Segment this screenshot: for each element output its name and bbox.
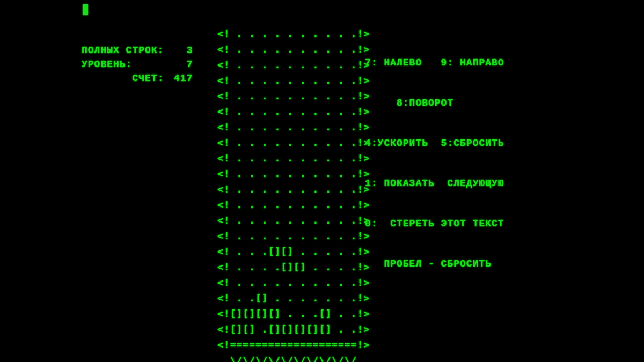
terminal-screen: ПОЛНЫХ СТРОК: 3 УРОВЕНЬ: 7 СЧЕТ: 417 <! … bbox=[0, 0, 644, 362]
stat-lines-value: 3 bbox=[167, 44, 195, 57]
control-line-rotate: 8:ПОВОРОТ bbox=[365, 97, 504, 110]
stat-level-label: УРОВЕНЬ: bbox=[82, 58, 166, 71]
controls-panel: 7: НАЛЕВО 9: НАПРАВО 8:ПОВОРОТ 4:УСКОРИТ… bbox=[365, 29, 504, 298]
control-line-left-right: 7: НАЛЕВО 9: НАПРАВО bbox=[365, 56, 504, 70]
control-line-speed-drop: 4:УСКОРИТЬ 5:СБРОСИТЬ bbox=[365, 137, 504, 150]
control-line-space-drop: ПРОБЕЛ - СБРОСИТЬ bbox=[365, 257, 504, 271]
tetris-board[interactable]: <! . . . . . . . . . .!> <! . . . . . . … bbox=[217, 26, 370, 362]
stat-level: УРОВЕНЬ: 7 bbox=[82, 58, 195, 71]
stat-level-value: 7 bbox=[167, 58, 195, 71]
control-line-hide-text: 0: СТЕРЕТЬ ЭТОТ ТЕКСТ bbox=[365, 217, 504, 231]
stats-panel: ПОЛНЫХ СТРОК: 3 УРОВЕНЬ: 7 СЧЕТ: 417 bbox=[80, 17, 196, 112]
stat-lines: ПОЛНЫХ СТРОК: 3 bbox=[82, 44, 195, 57]
stat-score: СЧЕТ: 417 bbox=[82, 72, 195, 85]
control-line-show-next: 1: ПОКАЗАТЬ СЛЕДУЮЩУЮ bbox=[365, 177, 504, 190]
stat-score-label: СЧЕТ: bbox=[82, 72, 166, 85]
stat-score-value: 417 bbox=[167, 72, 195, 85]
terminal-cursor bbox=[83, 4, 88, 15]
stat-lines-label: ПОЛНЫХ СТРОК: bbox=[82, 44, 166, 57]
